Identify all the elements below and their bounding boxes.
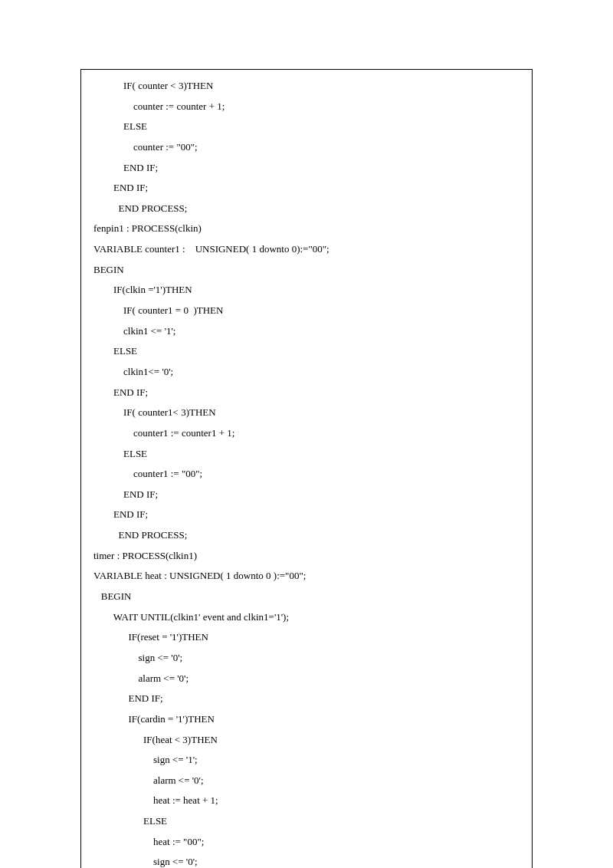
code-line: IF( counter < 3)THEN (93, 76, 520, 97)
code-line: END IF; (93, 689, 520, 709)
code-line: ELSE (93, 811, 520, 832)
code-line: counter := counter + 1; (93, 97, 520, 117)
code-line: ELSE (93, 117, 520, 137)
code-line: timer : PROCESS(clkin1) (93, 546, 520, 567)
code-line: heat := "00"; (93, 832, 520, 853)
code-line: IF(reset = '1')THEN (93, 627, 520, 648)
code-line: END PROCESS; (93, 199, 520, 219)
code-line: END IF; (93, 485, 520, 505)
code-line: VARIABLE heat : UNSIGNED( 1 downto 0 ):=… (93, 566, 520, 587)
code-line: END IF; (93, 178, 520, 199)
code-line: BEGIN (93, 260, 520, 281)
code-line: heat := heat + 1; (93, 791, 520, 811)
code-line: IF( counter1< 3)THEN (93, 403, 520, 423)
code-line: END IF; (93, 505, 520, 525)
code-line: sign <= '0'; (93, 648, 520, 669)
code-line: fenpin1 : PROCESS(clkin) (93, 219, 520, 239)
code-line: counter := "00"; (93, 137, 520, 158)
code-line: END IF; (93, 383, 520, 403)
code-line: clkin1 <= '1'; (93, 321, 520, 342)
code-line: END PROCESS; (93, 525, 520, 546)
code-line: END IF; (93, 158, 520, 179)
code-line: sign <= '1'; (93, 750, 520, 771)
code-line: IF(cardin = '1')THEN (93, 709, 520, 730)
code-frame: IF( counter < 3)THEN counter := counter … (80, 69, 533, 868)
code-line: BEGIN (93, 587, 520, 607)
code-line: alarm <= '0'; (93, 771, 520, 791)
code-line: IF( counter1 = 0 )THEN (93, 301, 520, 321)
code-line: ELSE (93, 341, 520, 362)
code-line: counter1 := counter1 + 1; (93, 423, 520, 444)
code-line: IF(heat < 3)THEN (93, 730, 520, 751)
code-line: WAIT UNTIL(clkin1' event and clkin1='1')… (93, 607, 520, 628)
code-line: sign <= '0'; (93, 852, 520, 868)
code-line: VARIABLE counter1 : UNSIGNED( 1 downto 0… (93, 239, 520, 260)
document-page: IF( counter < 3)THEN counter := counter … (0, 0, 613, 868)
code-line: counter1 := "00"; (93, 464, 520, 485)
code-line: alarm <= '0'; (93, 669, 520, 689)
code-line: ELSE (93, 444, 520, 465)
code-line: clkin1<= '0'; (93, 362, 520, 383)
code-line: IF(clkin ='1')THEN (93, 280, 520, 301)
